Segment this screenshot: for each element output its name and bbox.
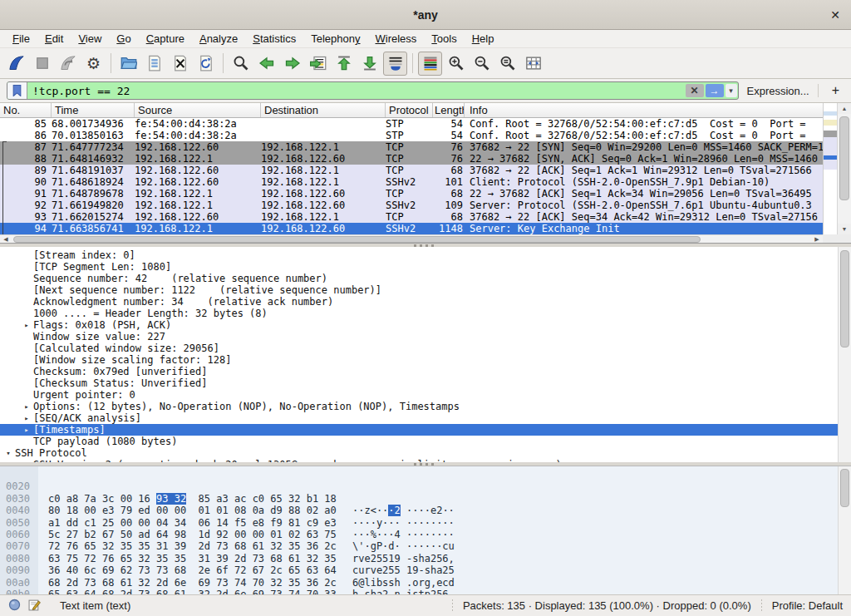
- stop-capture-icon[interactable]: [30, 52, 54, 76]
- filter-bookmark-icon[interactable]: [7, 82, 27, 99]
- detail-line[interactable]: ▸ SSH Version 2 (encryption:chacha20-pol…: [0, 459, 851, 462]
- display-filter-input[interactable]: [27, 82, 685, 99]
- expand-arrow-icon[interactable]: [20, 273, 33, 284]
- expand-arrow-icon[interactable]: ▸: [20, 424, 33, 436]
- hex-row[interactable]: 0050 5c 27 b2 67 50 ad 64 98 1d 92 00 00…: [0, 505, 851, 516]
- packet-row[interactable]: 92 71.661949820 192.168.122.1 192.168.12…: [0, 200, 823, 211]
- expand-arrow-icon[interactable]: [20, 377, 33, 389]
- expand-arrow-icon[interactable]: [20, 308, 33, 319]
- go-back-icon[interactable]: [254, 52, 278, 76]
- save-file-icon[interactable]: [142, 52, 166, 76]
- hex-row[interactable]: 00b0 38 34 2c 65 63 64 68 2d 73 68 61 32…: [0, 577, 851, 589]
- hex-bytes[interactable]: 65 63 64 68 2d 73 68 61 32 2d 6e 69 73 7…: [48, 589, 337, 594]
- resize-columns-icon[interactable]: [521, 52, 545, 76]
- hex-row[interactable]: 0040 a1 dd c1 25 00 00 04 34 06 14 f5 e8…: [0, 493, 851, 505]
- expand-arrow-icon[interactable]: [20, 249, 33, 261]
- packet-row[interactable]: 85 68.001734936 fe:54:00:d4:38:2a STP 54…: [0, 118, 823, 130]
- go-forward-icon[interactable]: [280, 52, 304, 76]
- packet-row[interactable]: 91 71.648789678 192.168.122.1 192.168.12…: [0, 188, 823, 200]
- expand-arrow-icon[interactable]: [20, 354, 33, 366]
- colorize-packets-icon[interactable]: [418, 52, 442, 76]
- hex-row[interactable]: 0080 36 40 6c 69 62 73 73 68 2e 6f 72 67…: [0, 540, 851, 552]
- scroll-left-icon[interactable]: ◀: [0, 235, 12, 243]
- expand-arrow-icon[interactable]: ▾: [2, 447, 15, 459]
- detail-line[interactable]: [Stream index: 0]: [0, 249, 851, 261]
- detail-line[interactable]: Urgent pointer: 0: [0, 389, 851, 401]
- packet-row[interactable]: 93 71.662015274 192.168.122.60 192.168.1…: [0, 211, 823, 223]
- expand-arrow-icon[interactable]: [20, 342, 33, 354]
- zoom-reset-icon[interactable]: [495, 52, 519, 76]
- go-last-packet-icon[interactable]: [357, 52, 381, 76]
- packet-row[interactable]: 88 71.648146932 192.168.122.1 192.168.12…: [0, 153, 823, 165]
- hex-row[interactable]: 0060 72 76 65 32 35 35 31 39 2d 73 68 61…: [0, 517, 851, 529]
- detail-line[interactable]: Checksum: 0x79ed [unverified]: [0, 366, 851, 377]
- hex-row[interactable]: 0020 c0 a8 7a 3c 00 16 93 32 85 a3 ac c0…: [0, 469, 851, 480]
- details-scroll-thumb[interactable]: [840, 250, 849, 347]
- hex-vertical-scrollbar[interactable]: [838, 466, 851, 594]
- expand-arrow-icon[interactable]: [20, 296, 33, 308]
- menu-item[interactable]: Capture: [139, 31, 192, 47]
- apply-filter-icon[interactable]: →: [706, 84, 724, 97]
- expand-arrow-icon[interactable]: ▸: [20, 459, 33, 462]
- details-vertical-scrollbar[interactable]: [838, 247, 851, 462]
- find-packet-icon[interactable]: [229, 52, 253, 76]
- detail-line[interactable]: ▸ Flags: 0x018 (PSH, ACK): [0, 319, 851, 331]
- column-header-length[interactable]: Length: [433, 103, 465, 117]
- packet-row[interactable]: 86 70.013850163 fe:54:00:d4:38:2a STP 54…: [0, 130, 823, 141]
- expand-arrow-icon[interactable]: [20, 389, 33, 401]
- menu-item[interactable]: Statistics: [245, 31, 303, 47]
- hex-row[interactable]: 0090 68 2d 73 68 61 32 2d 6e 69 73 74 70…: [0, 553, 851, 564]
- detail-line[interactable]: [Checksum Status: Unverified]: [0, 377, 851, 389]
- menu-item[interactable]: Tools: [424, 31, 464, 47]
- hex-row[interactable]: 0070 63 75 72 76 65 32 35 35 31 39 2d 73…: [0, 529, 851, 540]
- close-window-icon[interactable]: ✕: [828, 7, 843, 22]
- add-filter-button[interactable]: +: [827, 83, 844, 98]
- scroll-down-icon[interactable]: ▼: [838, 224, 851, 234]
- vertical-scroll-thumb[interactable]: [839, 116, 849, 200]
- expand-arrow-icon[interactable]: ▸: [20, 412, 33, 424]
- close-file-icon[interactable]: [168, 52, 192, 76]
- horizontal-scroll-thumb[interactable]: [13, 236, 701, 243]
- open-file-icon[interactable]: [116, 52, 140, 76]
- scroll-right-icon[interactable]: ▶: [811, 235, 823, 243]
- hex-row[interactable]: 00a0 65 63 64 68 2d 73 68 61 32 2d 6e 69…: [0, 564, 851, 576]
- detail-line[interactable]: 1000 .... = Header Length: 32 bytes (8): [0, 308, 851, 319]
- profile-indicator[interactable]: Profile: Default: [772, 599, 843, 612]
- expand-arrow-icon[interactable]: [20, 366, 33, 377]
- menu-item[interactable]: Wireless: [368, 31, 425, 47]
- detail-line[interactable]: ▸ Options: (12 bytes), No-Operation (NOP…: [0, 401, 851, 412]
- expert-info-icon[interactable]: [8, 599, 21, 614]
- detail-line[interactable]: Window size value: 227: [0, 331, 851, 342]
- packet-list-vertical-scrollbar[interactable]: ▲ ▼: [837, 103, 851, 234]
- detail-line[interactable]: [TCP Segment Len: 1080]: [0, 261, 851, 273]
- hex-row[interactable]: 0030 80 18 00 e3 79 ed 00 00 01 01 08 0a…: [0, 480, 851, 492]
- capture-comment-icon[interactable]: [28, 599, 41, 614]
- detail-line[interactable]: ▸ [Timestamps]: [0, 424, 851, 436]
- expression-button[interactable]: Expression...: [747, 85, 809, 97]
- zoom-out-icon[interactable]: [470, 52, 494, 76]
- menu-item[interactable]: Analyze: [192, 31, 245, 47]
- expand-arrow-icon[interactable]: [20, 261, 33, 273]
- menu-item[interactable]: Telephony: [303, 31, 367, 47]
- filter-dropdown-caret-icon[interactable]: ▾: [726, 84, 737, 97]
- detail-line[interactable]: TCP payload (1080 bytes): [0, 436, 851, 447]
- scroll-up-icon[interactable]: ▲: [838, 103, 851, 114]
- expand-arrow-icon[interactable]: ▸: [20, 319, 33, 331]
- column-header-destination[interactable]: Destination: [261, 103, 386, 117]
- menu-item[interactable]: View: [71, 31, 109, 47]
- detail-line[interactable]: ▾ SSH Protocol: [0, 447, 851, 459]
- expand-arrow-icon[interactable]: [20, 284, 33, 296]
- clear-filter-icon[interactable]: ✕: [686, 84, 704, 97]
- zoom-in-icon[interactable]: [444, 52, 468, 76]
- expand-arrow-icon[interactable]: [20, 436, 33, 447]
- packet-row[interactable]: 94 71.663856741 192.168.122.1 192.168.12…: [0, 223, 823, 234]
- detail-line[interactable]: [Window size scaling factor: 128]: [0, 354, 851, 366]
- column-header-source[interactable]: Source: [135, 103, 261, 117]
- menu-item[interactable]: Edit: [37, 31, 71, 47]
- restart-capture-icon[interactable]: [56, 52, 80, 76]
- menu-item[interactable]: File: [5, 31, 37, 47]
- packet-row[interactable]: 89 71.648191037 192.168.122.60 192.168.1…: [0, 165, 823, 176]
- detail-line[interactable]: Sequence number: 42 (relative sequence n…: [0, 273, 851, 284]
- packet-row[interactable]: 90 71.648618924 192.168.122.60 192.168.1…: [0, 176, 823, 188]
- column-header-protocol[interactable]: Protocol: [386, 103, 433, 117]
